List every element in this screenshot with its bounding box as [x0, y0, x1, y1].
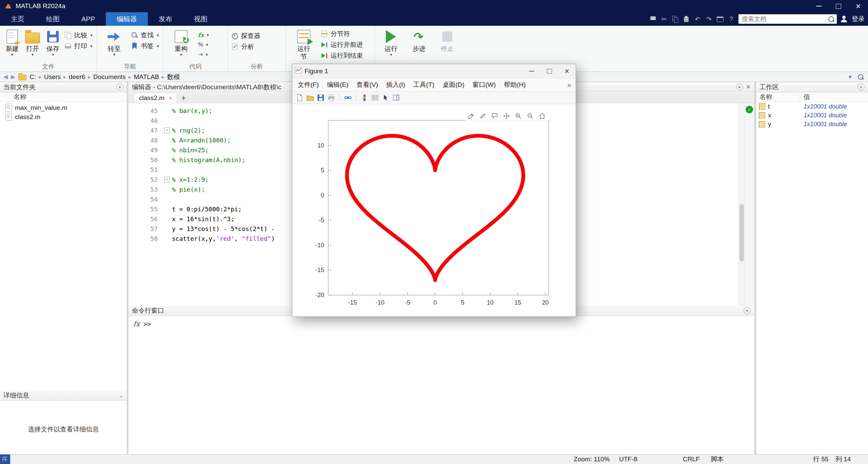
ribbon-tab-主页[interactable]: 主页 [0, 12, 35, 26]
close-button[interactable]: × [848, 0, 868, 12]
ribbon-tab-APP[interactable]: APP [71, 12, 106, 26]
editor-close-icon[interactable]: ✕ [746, 83, 751, 91]
panel-menu-icon[interactable]: ▼ [116, 83, 123, 91]
figure-menu-item[interactable]: 查看(V) [353, 80, 382, 89]
copy-icon[interactable] [671, 15, 680, 24]
figure-menu-item[interactable]: 桌面(D) [438, 80, 468, 89]
breadcrumb-item-Documents[interactable]: Documents [93, 73, 126, 81]
minimize-button[interactable] [809, 0, 829, 12]
ribbon-tab-编辑器[interactable]: 编辑器 [106, 12, 148, 26]
compare-button[interactable]: 比较▼ [64, 31, 93, 40]
file-row[interactable]: class2.m [0, 112, 127, 121]
datatip-icon[interactable] [490, 112, 499, 120]
run-and-advance-button[interactable]: 运行并前进 [321, 40, 363, 50]
file-row[interactable]: max_min_value.m [0, 103, 127, 112]
stop-button[interactable]: 停止 [434, 28, 460, 63]
figure-menu-item[interactable]: 工具(T) [409, 80, 438, 89]
goto-button[interactable]: 转至▼ [100, 28, 128, 63]
figure-titlebar[interactable]: Figure 1 × [292, 64, 576, 78]
zoom-out-icon[interactable] [526, 112, 535, 120]
collapse-chevron-icon[interactable]: ⌄ [119, 392, 123, 399]
breadcrumb-item-deer6[interactable]: deer6 [69, 73, 85, 81]
insert-colorbar-icon[interactable] [360, 93, 369, 102]
tab-close-icon[interactable]: × [169, 95, 172, 102]
new-script-button[interactable]: 新建▼ [3, 28, 21, 63]
print-button[interactable]: 打印▼ [64, 41, 93, 51]
workspace-variable-row[interactable]: t1x10001 double [756, 102, 868, 111]
workspace-variable-row[interactable]: x1x10001 double [756, 111, 868, 120]
redo-icon[interactable]: ↷ [704, 15, 713, 24]
editor-tab-class2[interactable]: class2.m × [134, 93, 177, 103]
code-analyzer-ok-icon[interactable] [746, 106, 753, 113]
save-button[interactable]: 保存▼ [44, 28, 62, 63]
comment-button[interactable]: %▼ [198, 40, 210, 49]
figure-close-button[interactable]: × [558, 64, 576, 78]
figure-menu-item[interactable]: 文件(F) [294, 80, 323, 89]
editor-scrollbar[interactable] [738, 103, 745, 306]
ribbon-tab-发布[interactable]: 发布 [148, 12, 183, 26]
figure-maximize-button[interactable] [540, 64, 558, 78]
scrollbar-thumb[interactable] [739, 204, 744, 262]
open-button[interactable]: 打开▼ [24, 28, 41, 63]
export-icon[interactable] [467, 112, 475, 120]
open-folder-icon[interactable] [305, 93, 315, 102]
insert-legend-icon[interactable] [370, 93, 380, 102]
figure-plot-area[interactable]: -15-10-505101520-20-15-10-50510 [292, 104, 576, 316]
maximize-button[interactable] [829, 0, 848, 12]
figure-minimize-button[interactable] [523, 64, 540, 78]
address-dropdown-icon[interactable]: ▼ [848, 74, 852, 80]
help-icon[interactable]: ? [727, 15, 736, 24]
workspace-name-column[interactable]: 名称 [756, 92, 800, 102]
figure-menu-item[interactable]: 窗口(W) [469, 80, 500, 89]
doc-search-input[interactable] [741, 15, 826, 23]
user-account-icon[interactable] [840, 15, 848, 23]
folder-search-icon[interactable] [858, 74, 863, 80]
find-button[interactable]: 查找▼ [131, 31, 160, 40]
ribbon-tab-视图[interactable]: 视图 [183, 12, 218, 26]
zoom-in-icon[interactable] [514, 112, 523, 120]
figure-menu-item[interactable]: 编辑(E) [323, 80, 352, 89]
fold-toggle-icon[interactable]: − [164, 128, 170, 133]
indent-button[interactable]: ⇥▼ [198, 50, 210, 59]
workspace-menu-icon[interactable]: ▼ [857, 83, 865, 91]
browse-folder-icon[interactable] [18, 75, 26, 80]
home-icon[interactable] [538, 112, 547, 120]
run-section-button[interactable]: 运行 节 [290, 28, 318, 63]
profiler-button[interactable]: 探查器 [231, 31, 282, 41]
figure-window[interactable]: Figure 1 × 文件(F)编辑(E)查看(V)插入(I)工具(T)桌面(D… [292, 64, 576, 317]
breadcrumb-item-Users[interactable]: Users [44, 73, 61, 81]
save-icon[interactable] [648, 15, 657, 24]
brush-icon[interactable] [478, 112, 487, 120]
menu-overflow-icon[interactable]: » [567, 81, 574, 89]
sign-in-link[interactable]: 登录 [852, 15, 865, 23]
insert-fx-button[interactable]: fx▼ [198, 31, 210, 39]
doc-search-box[interactable] [738, 14, 837, 24]
pan-icon[interactable] [502, 112, 511, 120]
command-window-menu-icon[interactable]: ▼ [744, 307, 751, 314]
back-button[interactable]: ◀ [3, 73, 8, 80]
breadcrumb-item-MATLAB[interactable]: MATLAB [134, 73, 159, 81]
editor-menu-icon[interactable]: ▼ [736, 83, 743, 91]
forward-button[interactable]: ▶ [11, 73, 15, 80]
window-icon[interactable] [715, 15, 725, 24]
step-button[interactable]: 步进 [407, 28, 432, 63]
details-header[interactable]: 详细信息 ⌄ [0, 390, 127, 401]
paste-icon[interactable] [682, 15, 691, 24]
name-column-header[interactable]: 名称 [0, 92, 127, 102]
breadcrumb-item-[interactable]: 数模 [167, 73, 180, 81]
workspace-variable-row[interactable]: y1x10001 double [756, 120, 868, 129]
figure-menu-item[interactable]: 帮助(H) [500, 80, 530, 89]
edit-plot-icon[interactable] [381, 93, 390, 102]
run-to-end-button[interactable]: 运行到结束 [321, 51, 363, 60]
figure-menu-item[interactable]: 插入(I) [382, 80, 409, 89]
save-figure-icon[interactable] [316, 93, 326, 102]
link-plot-icon[interactable] [343, 93, 353, 102]
analyze-button[interactable]: 分析 [231, 42, 282, 52]
bookmark-button[interactable]: 书签▼ [131, 41, 160, 51]
refactor-button[interactable]: 重构▼ [167, 28, 195, 63]
command-window[interactable]: fx >> [129, 316, 754, 454]
workspace-value-column[interactable]: 值 [800, 92, 868, 102]
command-prompt[interactable]: >> [143, 320, 151, 328]
status-start-icon[interactable] [0, 455, 10, 464]
run-button[interactable]: 运行▼ [378, 28, 404, 63]
